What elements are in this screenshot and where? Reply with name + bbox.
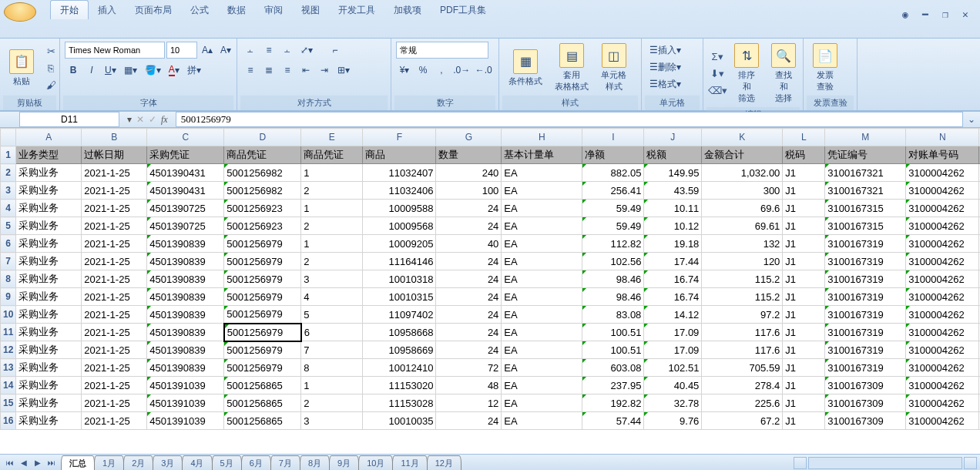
cell[interactable]: 24 [436,217,502,235]
cell[interactable]: 240 [436,164,502,182]
cell[interactable]: 4501390431 [147,164,224,182]
cell[interactable]: 12 [436,394,502,412]
cell[interactable]: 117.6 [702,324,783,341]
cell[interactable]: 3100167319 [825,288,906,306]
header-cell[interactable]: 税码 [783,146,825,164]
increase-indent-icon[interactable]: ⇥ [316,62,333,79]
row-header[interactable]: 8 [1,270,16,288]
cell[interactable]: 3 [301,412,363,430]
cell[interactable]: 3100167321 [825,164,906,182]
sheet-tab-6月[interactable]: 6月 [241,455,271,471]
cell[interactable]: 102.56 [582,253,644,270]
cell[interactable]: 4501390839 [147,324,224,341]
row-header[interactable]: 10 [1,306,16,324]
fill-icon[interactable]: ⬇▾ [710,67,725,81]
cell[interactable]: 120 [702,253,783,270]
cell[interactable]: 57.44 [582,412,644,430]
cell[interactable]: 3100004262 [906,164,979,182]
cell[interactable]: 4 [301,288,363,306]
cell[interactable]: 225.6 [702,394,783,412]
cell[interactable]: 2021-1-25 [82,412,147,430]
cell[interactable]: 5001256979 [224,359,301,377]
cell[interactable]: 5001256865 [224,377,301,394]
cell[interactable]: 59.49 [582,217,644,235]
cell[interactable]: 采购业务 [16,200,82,217]
cell[interactable]: 192.82 [582,394,644,412]
ribbon-tab-公式[interactable]: 公式 [181,1,218,19]
align-bottom-icon[interactable]: ⫠ [279,42,296,59]
cell[interactable]: 7 [301,341,363,359]
cell[interactable]: 4501390839 [147,288,224,306]
cell[interactable]: 3100004262 [906,182,979,200]
cell[interactable]: 16.74 [644,288,702,306]
cell[interactable]: J1 [783,200,825,217]
sheet-tab-3月[interactable]: 3月 [153,455,183,471]
ribbon-tab-PDF工具集[interactable]: PDF工具集 [431,1,495,19]
sheet-tab-10月[interactable]: 10月 [358,455,393,471]
decrease-indent-icon[interactable]: ⇤ [297,62,314,79]
row-header[interactable]: 5 [1,217,16,235]
header-cell[interactable]: 对账单号码 [906,146,979,164]
cell[interactable]: 5001256979 [224,324,301,341]
cell[interactable]: J1 [783,377,825,394]
prev-sheet-icon[interactable]: ◀ [17,458,31,467]
cell[interactable]: 5001256982 [224,164,301,182]
cell[interactable]: 2021-1-25 [82,394,147,412]
expand-formula-icon[interactable]: ⌄ [963,114,980,125]
cell[interactable]: 24 [436,253,502,270]
namebox-dropdown-icon[interactable]: ▾ [127,114,132,126]
font-color-button[interactable]: A▾ [166,62,183,79]
number-format-select[interactable] [396,42,488,59]
cell[interactable]: 24 [436,306,502,324]
cell[interactable]: 2021-1-25 [82,253,147,270]
header-cell[interactable]: 商品凭证 [224,146,301,164]
cell[interactable]: 10958668 [363,324,436,341]
cell[interactable]: 3100004262 [906,359,979,377]
cell[interactable]: 11032406 [363,182,436,200]
align-left-icon[interactable]: ≡ [242,62,259,79]
cell[interactable]: 97.2 [702,306,783,324]
row-header[interactable]: 9 [1,288,16,306]
cell[interactable]: 采购业务 [16,359,82,377]
fill-color-button[interactable]: 🪣▾ [142,62,164,79]
cell[interactable]: 5001256982 [224,182,301,200]
autosum-icon[interactable]: Σ▾ [710,50,725,64]
row-header[interactable]: 4 [1,200,16,217]
font-size-select[interactable] [166,42,197,59]
header-cell[interactable]: 基本计量单 [502,146,582,164]
cell[interactable]: EA [502,306,582,324]
cell[interactable]: 102.51 [644,359,702,377]
cell[interactable]: 3100167319 [825,253,906,270]
cell[interactable]: 采购业务 [16,164,82,182]
sheet-tab-1月[interactable]: 1月 [94,455,124,471]
row-header[interactable]: 14 [1,377,16,394]
delete-cells-button[interactable]: ☰ 删除▾ [646,59,698,76]
wrap-text-icon[interactable]: ⌐ [327,42,344,59]
cell[interactable]: 10010315 [363,288,436,306]
cell[interactable]: 3100167319 [825,306,906,324]
header-cell[interactable]: 采购凭证 [147,146,224,164]
invoice-check-button[interactable]: 📄发票 查验 [808,42,842,94]
cell[interactable]: 2021-1-25 [82,270,147,288]
cell[interactable]: 1,032.00 [702,164,783,182]
cell[interactable]: 采购业务 [16,341,82,359]
cell[interactable]: 300 [702,182,783,200]
cell[interactable]: 4501391039 [147,377,224,394]
cell[interactable]: 2021-1-25 [82,341,147,359]
cell[interactable]: 4501391039 [147,412,224,430]
cell[interactable]: 83.08 [582,306,644,324]
col-header-L[interactable]: L [783,129,825,146]
cell[interactable]: 10012410 [363,359,436,377]
currency-icon[interactable]: ¥▾ [396,62,413,79]
col-header-E[interactable]: E [301,129,363,146]
cell[interactable]: 1 [301,164,363,182]
cell[interactable]: 32.78 [644,394,702,412]
cell[interactable]: 3 [301,270,363,288]
row-header[interactable]: 3 [1,182,16,200]
cell[interactable]: J1 [783,394,825,412]
cell[interactable]: 3100167319 [825,324,906,341]
cell[interactable]: 3100004262 [906,324,979,341]
cell[interactable]: 98.46 [582,288,644,306]
cell[interactable]: 43.59 [644,182,702,200]
col-header-F[interactable]: F [363,129,436,146]
